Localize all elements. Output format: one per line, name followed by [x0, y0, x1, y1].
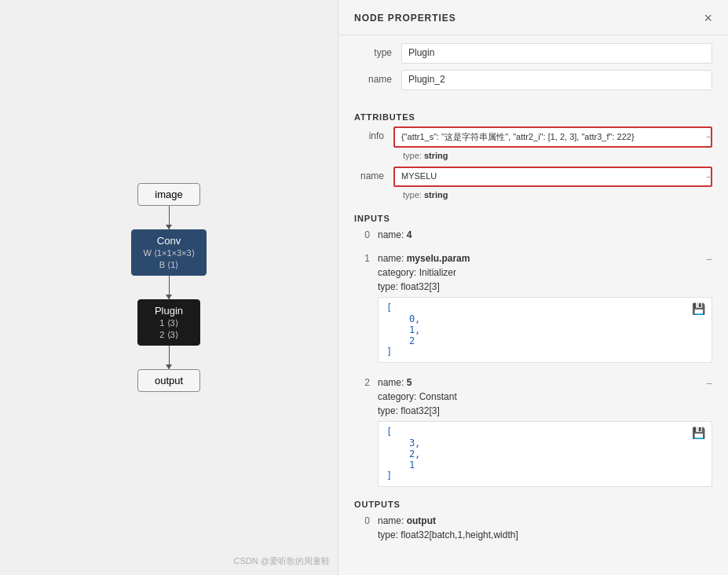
attr-name-value[interactable]: MYSELU: [393, 167, 712, 187]
node-conv-sub1: W ⟨1×1×3×3⟩: [143, 248, 194, 258]
input-index-0: 0: [354, 228, 378, 240]
panel-header: NODE PROPERTIES ×: [338, 0, 728, 35]
node-plugin-sub1: 1 ⟨3⟩: [149, 318, 188, 328]
node-plugin: Plugin 1 ⟨3⟩ 2 ⟨3⟩: [137, 299, 200, 346]
type-row: type Plugin: [354, 43, 712, 64]
input-1-save-icon[interactable]: 💾: [692, 302, 705, 315]
attr-info-value[interactable]: {"attr1_s": "这是字符串属性", "attr2_i": [1, 2,…: [393, 126, 712, 148]
input-content-0: name: 4: [378, 228, 712, 242]
attr-name-collapse[interactable]: −: [706, 170, 712, 183]
output-0-name: name: output: [378, 514, 712, 528]
input-index-2: 2: [354, 375, 378, 388]
input-2-name: name: 5: [378, 375, 712, 390]
type-section: type Plugin name Plugin_2: [338, 35, 728, 104]
node-conv: Conv W ⟨1×1×3×3⟩ B ⟨1⟩: [131, 229, 206, 276]
input-0-name: name: 4: [378, 228, 712, 242]
input-index-1: 1: [354, 251, 378, 264]
output-0-type: type: float32[batch,1,height,width]: [378, 528, 712, 542]
input-1-category: category: Initializer: [378, 266, 712, 280]
name-row: name Plugin_2: [354, 70, 712, 90]
input-2-category: category: Constant: [378, 390, 712, 404]
input-1-name: name: myselu.param: [378, 251, 712, 266]
type-value[interactable]: Plugin: [401, 43, 712, 64]
arrow-conv-plugin: [169, 276, 170, 299]
type-label: type: [354, 43, 401, 58]
watermark: CSDN @爱听歌的周童鞋: [234, 555, 330, 567]
input-2-save-icon[interactable]: 💾: [692, 427, 705, 439]
node-image-box[interactable]: image: [137, 183, 200, 206]
attr-name-label: name: [354, 167, 393, 181]
node-plugin-sub2: 2 ⟨3⟩: [149, 330, 188, 340]
node-output-label: output: [155, 375, 183, 386]
attr-row-name: name MYSELU −: [354, 167, 712, 187]
node-output-box[interactable]: output: [137, 369, 200, 392]
input-1-type: type: float32[3]: [378, 280, 712, 294]
input-1-code-content: [ 0, 1, 2]: [386, 302, 420, 357]
node-plugin-box[interactable]: Plugin 1 ⟨3⟩ 2 ⟨3⟩: [137, 299, 200, 346]
outputs-header: OUTPUTS: [338, 492, 728, 514]
output-index-0: 0: [354, 514, 378, 526]
input-row-1: 1 name: myselu.param category: Initializ…: [354, 251, 712, 366]
attr-info-type: type: string: [403, 151, 712, 160]
attr-info-collapse[interactable]: −: [706, 130, 712, 143]
arrow-image-conv: [169, 206, 170, 229]
node-conv-label: Conv: [157, 235, 181, 247]
inputs-section: 0 name: 4 1 name: myselu.param category:…: [338, 228, 728, 490]
input-2-code-content: [ 3, 2, 1]: [386, 427, 420, 482]
input-content-1: name: myselu.param category: Initializer…: [378, 251, 712, 366]
attr-info-label: info: [354, 126, 393, 141]
input-row-0: 0 name: 4: [354, 228, 712, 242]
input-2-code: [ 3, 2, 1] 💾: [378, 421, 712, 487]
name-value[interactable]: Plugin_2: [401, 70, 712, 90]
graph-container: image Conv W ⟨1×1×3×3⟩ B ⟨1⟩ Plugin 1 ⟨3…: [131, 183, 206, 392]
inputs-header: INPUTS: [338, 206, 728, 228]
node-image: image: [137, 183, 200, 206]
input-1-code: [ 0, 1, 2] 💾: [378, 297, 712, 363]
input-2-collapse[interactable]: −: [706, 377, 712, 390]
name-label: name: [354, 70, 401, 85]
outputs-section: 0 name: output type: float32[batch,1,hei…: [338, 514, 728, 542]
input-2-type: type: float32[3]: [378, 404, 712, 418]
attr-name-type: type: string: [403, 190, 712, 200]
close-button[interactable]: ×: [704, 11, 712, 25]
panel-body: type Plugin name Plugin_2 ATTRIBUTES inf…: [338, 35, 728, 559]
attr-row-info: info {"attr1_s": "这是字符串属性", "attr2_i": […: [354, 126, 712, 148]
arrow-plugin-output: [169, 346, 170, 369]
input-1-collapse[interactable]: −: [706, 253, 712, 266]
output-content-0: name: output type: float32[batch,1,heigh…: [378, 514, 712, 542]
panel-title: NODE PROPERTIES: [354, 13, 456, 24]
graph-panel: image Conv W ⟨1×1×3×3⟩ B ⟨1⟩ Plugin 1 ⟨3…: [0, 0, 338, 575]
attributes-section: info {"attr1_s": "这是字符串属性", "attr2_i": […: [338, 126, 728, 200]
properties-panel: NODE PROPERTIES × type Plugin name Plugi…: [338, 0, 728, 575]
input-row-2: 2 name: 5 category: Constant type: float…: [354, 375, 712, 490]
node-plugin-label: Plugin: [155, 305, 183, 317]
attributes-header: ATTRIBUTES: [338, 104, 728, 126]
node-conv-sub2: B ⟨1⟩: [143, 260, 194, 270]
output-row-0: 0 name: output type: float32[batch,1,hei…: [354, 514, 712, 542]
node-conv-box[interactable]: Conv W ⟨1×1×3×3⟩ B ⟨1⟩: [131, 229, 206, 276]
input-content-2: name: 5 category: Constant type: float32…: [378, 375, 712, 490]
node-image-label: image: [155, 189, 182, 200]
input-sep-0: [354, 244, 712, 251]
input-sep-1: [354, 368, 712, 375]
node-output: output: [137, 369, 200, 392]
